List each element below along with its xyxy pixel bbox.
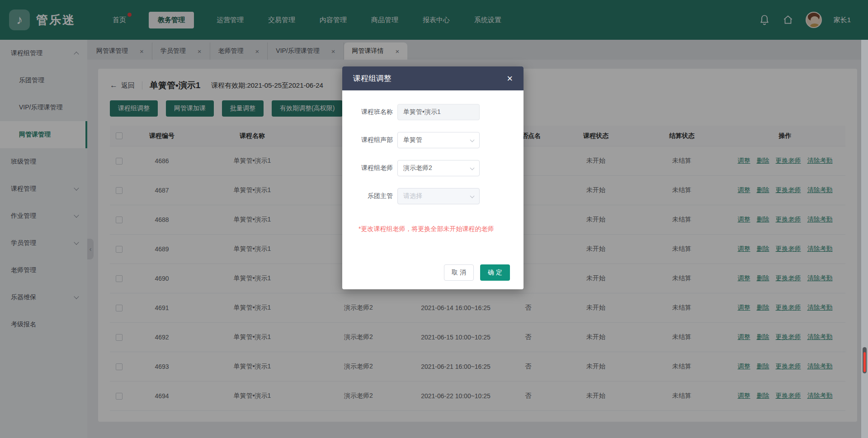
chevron-down-icon [470, 166, 475, 170]
dialog-header: 课程组调整 × [342, 66, 524, 90]
section-value: 单簧管 [403, 136, 422, 144]
form-row-teacher: 课程组老师 演示老师2 [342, 160, 524, 176]
form-row-class-name: 课程班名称 单簧管•演示1 [342, 104, 524, 120]
form-row-director: 乐团主管 请选择 [342, 188, 524, 204]
class-name-label: 课程班名称 [342, 108, 393, 116]
scrollbar-thumb-red[interactable] [863, 352, 866, 372]
scrollbar-track[interactable] [861, 40, 868, 438]
chevron-down-icon [470, 138, 475, 142]
cancel-button[interactable]: 取 消 [444, 264, 474, 281]
section-select[interactable]: 单簧管 [397, 132, 480, 148]
director-select[interactable]: 请选择 [397, 188, 480, 204]
class-name-value: 单簧管•演示1 [403, 108, 441, 116]
section-label: 课程组声部 [342, 136, 393, 144]
director-placeholder: 请选择 [403, 192, 422, 200]
course-group-adjust-dialog: 课程组调整 × 课程班名称 单簧管•演示1 课程组声部 单簧管 课程组老师 演示… [342, 66, 524, 289]
chevron-down-icon [470, 194, 475, 198]
teacher-value: 演示老师2 [403, 164, 432, 172]
close-icon[interactable]: × [507, 74, 513, 84]
form-row-section: 课程组声部 单簧管 [342, 132, 524, 148]
scrollbar-thumb[interactable] [863, 347, 867, 373]
warning-text: *更改课程组老师，将更换全部未开始课程的老师 [359, 225, 524, 233]
director-label: 乐团主管 [342, 192, 393, 200]
confirm-button[interactable]: 确 定 [480, 264, 510, 281]
dialog-title: 课程组调整 [353, 73, 392, 84]
dialog-footer: 取 消 确 定 [444, 264, 510, 281]
class-name-input[interactable]: 单簧管•演示1 [397, 104, 480, 120]
teacher-select[interactable]: 演示老师2 [397, 160, 480, 176]
teacher-label: 课程组老师 [342, 164, 393, 172]
dialog-body: 课程班名称 单簧管•演示1 课程组声部 单簧管 课程组老师 演示老师2 乐团主管… [342, 90, 524, 289]
